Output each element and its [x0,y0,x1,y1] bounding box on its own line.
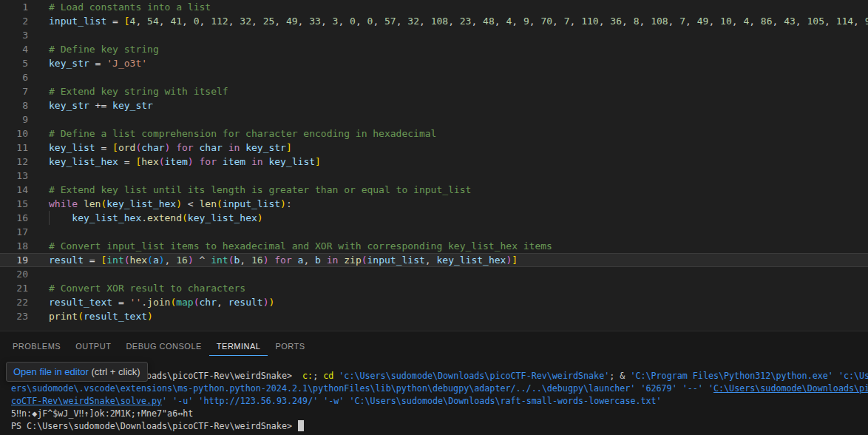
line-number[interactable]: 13 [0,169,28,183]
line-number[interactable]: 6 [0,70,28,84]
code-line-4[interactable]: 4# Define key string [0,42,868,56]
line-number[interactable]: 15 [0,197,28,211]
terminal-file-link[interactable]: coCTF-Rev\weirdSnake\solve.py [11,396,162,406]
line-number[interactable]: 4 [0,42,28,56]
code-token: key_list_hex [49,156,118,167]
terminal-text [833,371,838,381]
terminal-text: '62679' [640,383,677,394]
code-token: print [49,311,78,322]
editor[interactable]: 1# Load constants into a list2input_list… [0,0,868,331]
code-token: , [425,254,437,266]
code-token: # Convert input_list items to hexadecima… [49,240,552,252]
code-token: join [147,297,170,308]
code-line-1[interactable]: 1# Load constants into a list [0,0,868,14]
bottom-panel: PROBLEMSOUTPUTDEBUG CONSOLETERMINALPORTS… [0,331,868,435]
code-token: 32 [407,16,419,27]
code-token: = [89,58,106,69]
code-line-20[interactable]: 20 [0,267,868,281]
code-token: # Define key string [49,44,159,55]
code-token: # Convert XOR result to characters [49,283,245,294]
code-token: extend [147,212,182,223]
code-line-17[interactable]: 17 [0,225,868,239]
tab-debug-console[interactable]: DEBUG CONSOLE [118,331,208,356]
code-token: , [529,16,541,27]
line-number[interactable]: 9 [0,112,28,127]
code-line-8[interactable]: 8key_str += key_str [0,98,868,112]
code-line-2[interactable]: 2input_list = [4, 54, 41, 0, 112, 32, 25… [0,14,868,28]
tab-problems[interactable]: PROBLEMS [5,331,68,356]
line-number[interactable]: 2 [0,14,28,28]
code-token: ( [217,198,223,209]
code-line-22[interactable]: 22result_text = ''.join(map(chr, result)… [0,295,868,309]
code-token: ( [147,254,153,266]
code-token: 36 [610,16,622,27]
line-number[interactable]: 12 [0,155,28,169]
line-number[interactable]: 23 [0,309,28,323]
code-token: result [49,254,84,266]
code-line-19[interactable]: 19result = [int(hex(a), 16) ^ int(b, 16)… [0,253,868,267]
code-line-14[interactable]: 14# Extend key list until its length is … [0,183,868,197]
code-line-18[interactable]: 18# Convert input_list items to hexadeci… [0,239,868,253]
code-token: ( [78,311,84,322]
terminal-line-2[interactable]: ers\sudomode\.vscode\extensions\ms-pytho… [11,382,868,395]
code-token: result_text [84,311,147,322]
line-number[interactable]: 21 [0,281,28,295]
line-number[interactable]: 8 [0,98,28,112]
code-token: len [84,198,101,209]
terminal-file-link[interactable]: C:\Users\sudomode\Downloads\pi [713,383,868,394]
code-token: , [639,16,651,27]
line-number[interactable]: 16 [0,211,28,225]
terminal-line-5[interactable]: PS C:\Users\sudomode\Downloads\picoCTF-R… [11,420,868,433]
tab-terminal[interactable]: TERMINAL [209,331,268,356]
line-number[interactable]: 3 [0,28,28,42]
tab-output[interactable]: OUTPUT [68,331,118,356]
code-line-10[interactable]: 10# Define a list comprehension for char… [0,127,868,141]
code-token: # Define a list comprehension for charac… [49,128,436,139]
code-token: ) [147,311,153,322]
code-token: , [182,16,194,27]
code-token: result_text [49,297,112,308]
line-number[interactable]: 18 [0,239,28,253]
line-number[interactable]: 17 [0,225,28,239]
code-line-12[interactable]: 12key_list_hex = [hex(item) for item in … [0,155,868,169]
code-token: = [118,156,135,167]
code-text: key_list = [ord(char) for char in key_st… [49,141,292,155]
code-line-3[interactable]: 3 [0,28,868,42]
code-token: , [373,16,384,27]
line-number[interactable]: 19 [0,253,28,267]
code-line-13[interactable]: 13 [0,169,868,183]
code-text: # Convert XOR result to characters [49,281,245,295]
code-token: 110 [581,16,598,27]
terminal-line-4[interactable]: 5‼n:◆jF^$wJ_V‼↑]ok:2M1K;↑Mne7"a6↔ht [11,408,868,420]
code-line-7[interactable]: 7# Extend key string with itself [0,84,868,98]
line-number[interactable]: 1 [0,0,28,14]
code-token: ) [257,212,263,223]
code-token: ^ [194,254,211,266]
line-number[interactable]: 5 [0,56,28,70]
code-line-11[interactable]: 11key_list = [ord(char) for char in key_… [0,141,868,155]
line-number[interactable]: 20 [0,267,28,281]
line-number[interactable]: 11 [0,141,28,155]
code-text: input_list = [4, 54, 41, 0, 112, 32, 25,… [49,14,868,28]
code-line-6[interactable]: 6 [0,70,868,84]
code-line-16[interactable]: 16 key_list_hex.extend(key_list_hex) [0,211,868,225]
code-line-21[interactable]: 21# Convert XOR result to characters [0,281,868,295]
code-line-23[interactable]: 23print(result_text) [0,309,868,323]
code-token [49,212,72,223]
tab-ports[interactable]: PORTS [268,331,312,356]
code-line-5[interactable]: 5key_str = 'J_o3t' [0,56,868,70]
line-number[interactable]: 22 [0,295,28,309]
code-line-15[interactable]: 15while len(key_list_hex) < len(input_li… [0,197,868,211]
line-number[interactable]: 14 [0,183,28,197]
terminal-text: '-w' [323,396,344,406]
line-number[interactable]: 7 [0,84,28,98]
code-token: , [599,16,611,27]
terminal-line-3[interactable]: coCTF-Rev\weirdSnake\solve.py' '-u' 'htt… [11,395,868,408]
tooltip-open-file-link[interactable]: Open file in editor [13,366,89,377]
code-token: key_str [245,142,286,153]
terminal-text: ; [313,371,323,381]
code-line-9[interactable]: 9 [0,112,868,127]
code-token: 86 [761,16,773,27]
code-token: , [824,16,836,27]
line-number[interactable]: 10 [0,127,28,141]
